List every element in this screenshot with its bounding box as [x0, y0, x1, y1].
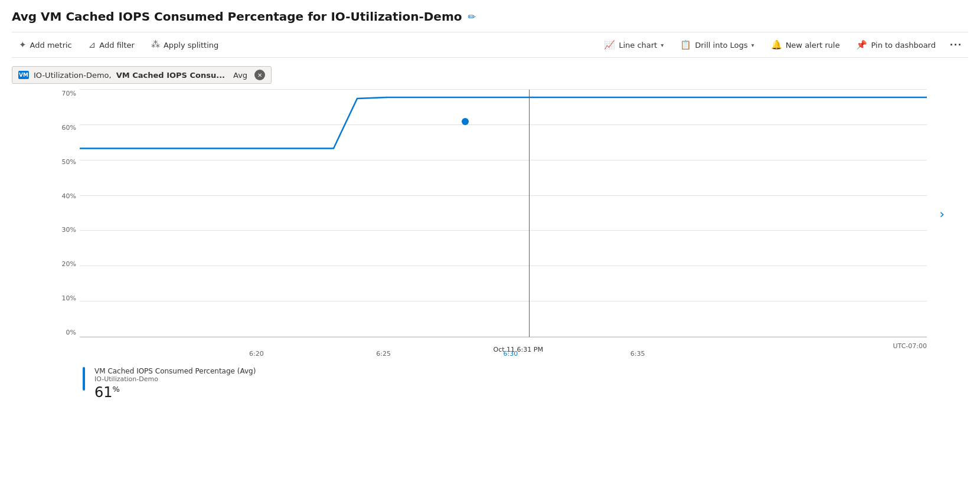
drill-caret: ▾	[752, 42, 754, 48]
legend: VM Cached IOPS Consumed Percentage (Avg)…	[47, 367, 945, 401]
pin-to-dashboard-label: Pin to dashboard	[871, 41, 936, 50]
metric-tag-close-button[interactable]: ✕	[254, 70, 265, 80]
chart-line	[80, 97, 927, 149]
page-container: Avg VM Cached IOPS Consumed Percentage f…	[0, 0, 980, 485]
x-label-630: 6:30	[504, 350, 518, 358]
new-alert-rule-icon: 🔔	[771, 40, 782, 50]
pin-to-dashboard-button[interactable]: 📌 Pin to dashboard	[848, 36, 944, 54]
x-label-625: 6:25	[376, 350, 391, 358]
y-label-60: 60%	[47, 124, 80, 132]
crosshair-label: Oct 11 6:31 PM	[494, 346, 543, 353]
x-label-635: 6:35	[631, 350, 645, 358]
add-filter-icon: ⊿	[89, 40, 96, 50]
y-label-70: 70%	[47, 90, 80, 97]
drill-into-logs-label: Drill into Logs	[695, 41, 747, 50]
apply-splitting-icon: ⁂	[151, 40, 160, 50]
pin-icon: 📌	[856, 40, 867, 50]
line-chart-label: Line chart	[619, 41, 657, 50]
toolbar-left: ✦ Add metric ⊿ Add filter ⁂ Apply splitt…	[12, 36, 596, 54]
metric-tag-vm-name: IO-Utilization-Demo,	[34, 71, 112, 80]
legend-text: VM Cached IOPS Consumed Percentage (Avg)…	[94, 367, 256, 401]
utc-label: UTC-07:00	[893, 342, 927, 350]
new-alert-rule-button[interactable]: 🔔 New alert rule	[763, 36, 848, 54]
toolbar-right: 📈 Line chart ▾ 📋 Drill into Logs ▾ 🔔 New…	[596, 36, 968, 54]
add-filter-button[interactable]: ⊿ Add filter	[81, 36, 142, 54]
y-label-30: 30%	[47, 226, 80, 234]
metric-tag-metric-name: VM Cached IOPS Consu...	[116, 71, 225, 80]
data-point	[462, 118, 469, 125]
legend-value-number: 61	[94, 384, 113, 401]
crosshair-time: Oct 11 6:31 PM	[494, 346, 543, 353]
y-label-0: 0%	[47, 329, 80, 336]
chart-inner: 0% 10% 20% 30% 40% 50% 60% 70%	[47, 90, 945, 337]
metric-tag-row: VM IO-Utilization-Demo, VM Cached IOPS C…	[12, 66, 968, 84]
page-title: Avg VM Cached IOPS Consumed Percentage f…	[12, 9, 462, 24]
apply-splitting-button[interactable]: ⁂ Apply splitting	[144, 36, 226, 54]
metric-tag-aggregation: Avg	[233, 71, 247, 80]
line-chart-button[interactable]: 📈 Line chart ▾	[596, 36, 672, 54]
add-filter-label: Add filter	[99, 41, 135, 50]
chart-area: 0% 10% 20% 30% 40% 50% 60% 70%	[12, 90, 968, 373]
y-axis: 0% 10% 20% 30% 40% 50% 60% 70%	[47, 90, 80, 337]
metric-tag: VM IO-Utilization-Demo, VM Cached IOPS C…	[12, 66, 272, 84]
expand-right-button[interactable]: ›	[939, 207, 945, 221]
y-label-50: 50%	[47, 158, 80, 166]
y-label-10: 10%	[47, 294, 80, 302]
add-metric-button[interactable]: ✦ Add metric	[12, 36, 79, 54]
legend-value-unit: %	[113, 385, 120, 394]
line-chart-icon: 📈	[604, 40, 615, 50]
legend-title: VM Cached IOPS Consumed Percentage (Avg)	[94, 367, 256, 375]
vm-icon: VM	[18, 71, 29, 79]
new-alert-rule-label: New alert rule	[786, 41, 840, 50]
chart-plot: Oct 11 6:31 PM 6:20 6:25 6:30 6:35 UTC-0…	[80, 90, 927, 337]
y-label-40: 40%	[47, 192, 80, 200]
line-chart-caret: ▾	[661, 42, 664, 48]
x-label-620: 6:20	[249, 350, 264, 358]
toolbar: ✦ Add metric ⊿ Add filter ⁂ Apply splitt…	[12, 32, 968, 58]
more-options-button[interactable]: ···	[944, 37, 968, 54]
drill-into-logs-button[interactable]: 📋 Drill into Logs ▾	[672, 36, 762, 54]
apply-splitting-label: Apply splitting	[164, 41, 218, 50]
edit-icon[interactable]: ✏	[468, 11, 475, 22]
y-label-20: 20%	[47, 260, 80, 268]
legend-value: 61%	[94, 384, 256, 401]
add-metric-icon: ✦	[19, 40, 27, 50]
legend-subtitle: IO-Utilization-Demo	[94, 375, 256, 383]
chart-svg	[80, 90, 927, 337]
drill-into-logs-icon: 📋	[680, 40, 691, 50]
title-row: Avg VM Cached IOPS Consumed Percentage f…	[12, 9, 968, 24]
add-metric-label: Add metric	[30, 41, 72, 50]
crosshair-line	[529, 90, 530, 337]
legend-color-bar	[83, 367, 85, 391]
